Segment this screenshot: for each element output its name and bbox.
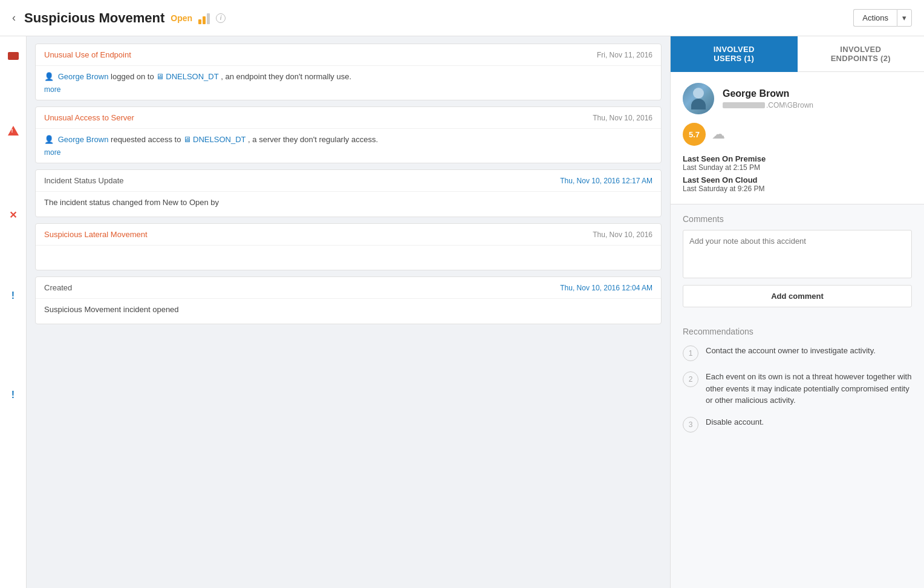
recommendations-section: Recommendations 1 Contact the account ow… <box>671 317 924 452</box>
last-seen-premise: Last Seen On Premise Last Sunday at 2:15… <box>683 154 912 172</box>
event-body <box>36 246 661 270</box>
involved-tabs: INVOLVEDUSERS (1) INVOLVEDENDPOINTS (2) <box>671 36 924 72</box>
recommendation-item: 3 Disable account. <box>683 416 912 433</box>
event-card: Created Thu, Nov 10, 2016 12:04 AM Suspi… <box>35 276 662 324</box>
status-badge: Open <box>171 13 192 23</box>
event-body: The incident status changed from New to … <box>36 192 661 217</box>
event-title: Incident Status Update <box>44 176 124 185</box>
last-seen-cloud-label: Last Seen On Cloud <box>683 175 912 185</box>
user-link[interactable]: George Brown <box>58 135 109 144</box>
recommendation-item: 2 Each event on its own is not a threat … <box>683 371 912 407</box>
recommendations-title: Recommendations <box>683 327 912 336</box>
event-description: 👤 George Brown logged on to 🖥 DNELSON_DT… <box>44 72 652 81</box>
event-header: Incident Status Update Thu, Nov 10, 2016… <box>36 170 661 192</box>
last-seen-premise-label: Last Seen On Premise <box>683 154 912 163</box>
recommendation-item: 1 Contact the account owner to investiga… <box>683 345 912 361</box>
event-body: 👤 George Brown logged on to 🖥 DNELSON_DT… <box>36 66 661 100</box>
sidebar-icon-exclaim-2[interactable]: ! <box>0 382 27 408</box>
monitor-icon: 🖥 <box>156 72 164 81</box>
sidebar-icon-exclaim-1[interactable]: ! <box>0 283 27 309</box>
events-feed: Unusual Use of Endpoint Fri, Nov 11, 201… <box>27 36 670 588</box>
event-date: Thu, Nov 10, 2016 12:17 AM <box>560 177 652 185</box>
rec-text-2: Each event on its own is not a threat ho… <box>706 371 912 407</box>
endpoint-link[interactable]: 🖥 DNELSON_DT <box>183 135 246 144</box>
user-domain: .COM\GBrown <box>723 101 813 109</box>
user-info-row: George Brown .COM\GBrown <box>683 83 912 114</box>
event-description: 👤 George Brown requested access to 🖥 DNE… <box>44 135 652 144</box>
risk-score-badge: 5.7 <box>683 123 706 146</box>
event-card: Unusual Use of Endpoint Fri, Nov 11, 201… <box>35 44 662 100</box>
info-icon[interactable]: i <box>216 13 226 23</box>
event-card: Suspicious Lateral Movement Thu, Nov 10,… <box>35 223 662 270</box>
user-name-block: George Brown .COM\GBrown <box>723 88 813 109</box>
comment-textarea[interactable] <box>683 230 912 278</box>
event-date: Fri, Nov 11, 2016 <box>597 51 652 59</box>
avatar <box>683 83 714 114</box>
rec-number-3: 3 <box>683 417 698 433</box>
back-button[interactable]: ‹ <box>12 11 16 24</box>
last-seen-cloud: Last Seen On Cloud Last Saturday at 9:26… <box>683 175 912 193</box>
exclaim-icon-2: ! <box>11 390 15 400</box>
last-seen-cloud-value: Last Saturday at 9:26 PM <box>683 185 912 193</box>
event-title[interactable]: Unusual Access to Server <box>44 113 134 122</box>
event-body: Suspicious Movement incident opened <box>36 299 661 324</box>
event-card: Unusual Access to Server Thu, Nov 10, 20… <box>35 106 662 163</box>
user-name: George Brown <box>723 88 813 99</box>
add-comment-button[interactable]: Add comment <box>683 285 912 307</box>
header-right: Actions ▾ <box>853 9 912 27</box>
event-title: Created <box>44 283 72 292</box>
rec-number-1: 1 <box>683 345 698 361</box>
event-title[interactable]: Suspicious Lateral Movement <box>44 230 148 239</box>
sidebar-icon-warning[interactable]: ! <box>0 117 27 144</box>
exclaim-icon: ! <box>11 290 15 301</box>
event-header: Unusual Use of Endpoint Fri, Nov 11, 201… <box>36 44 661 66</box>
rec-text-3: Disable account. <box>706 416 764 428</box>
user-link[interactable]: George Brown <box>58 72 109 81</box>
event-header: Suspicious Lateral Movement Thu, Nov 10,… <box>36 224 661 246</box>
header-left: ‹ Suspicious Movement Open i <box>12 10 226 26</box>
event-card: Incident Status Update Thu, Nov 10, 2016… <box>35 169 662 217</box>
sidebar-icon-envelope[interactable] <box>0 42 27 69</box>
redacted-domain <box>723 102 765 108</box>
last-seen-premise-value: Last Sunday at 2:15 PM <box>683 163 912 172</box>
rec-number-2: 2 <box>683 371 698 387</box>
sidebar-icon-x[interactable]: ✕ <box>0 201 27 228</box>
event-header: Created Thu, Nov 10, 2016 12:04 AM <box>36 277 661 299</box>
more-link[interactable]: more <box>44 148 60 157</box>
avatar-image <box>683 83 714 114</box>
event-date: Thu, Nov 10, 2016 12:04 AM <box>560 284 652 292</box>
risk-chart-icon <box>198 12 210 24</box>
user-section: George Brown .COM\GBrown 5.7 ☁ Last Seen… <box>671 72 924 204</box>
event-header: Unusual Access to Server Thu, Nov 10, 20… <box>36 107 661 129</box>
rec-text-1: Contact the account owner to investigate… <box>706 345 876 357</box>
right-panel: INVOLVEDUSERS (1) INVOLVEDENDPOINTS (2) … <box>670 36 924 588</box>
event-date: Thu, Nov 10, 2016 <box>593 114 652 122</box>
endpoint-link[interactable]: 🖥 DNELSON_DT <box>156 72 218 81</box>
tab-involved-users[interactable]: INVOLVEDUSERS (1) <box>671 36 798 72</box>
seen-info: Last Seen On Premise Last Sunday at 2:15… <box>683 154 912 193</box>
tab-involved-endpoints[interactable]: INVOLVEDENDPOINTS (2) <box>798 36 925 72</box>
cloud-icon: ☁ <box>712 126 725 142</box>
event-description: The incident status changed from New to … <box>44 198 652 207</box>
sidebar-icons: ! ✕ ! ! <box>0 36 27 588</box>
page-header: ‹ Suspicious Movement Open i Actions ▾ <box>0 0 924 36</box>
event-date: Thu, Nov 10, 2016 <box>593 230 652 239</box>
page-title: Suspicious Movement <box>24 10 164 26</box>
event-description: Suspicious Movement incident opened <box>44 305 652 314</box>
actions-button[interactable]: Actions <box>853 9 897 27</box>
x-icon: ✕ <box>9 209 17 221</box>
event-title[interactable]: Unusual Use of Endpoint <box>44 50 131 59</box>
actions-dropdown-button[interactable]: ▾ <box>897 9 912 27</box>
more-link[interactable]: more <box>44 85 60 94</box>
comments-section: Comments Add comment <box>671 204 924 317</box>
comments-title: Comments <box>683 214 912 224</box>
monitor-icon: 🖥 <box>183 135 191 144</box>
risk-row: 5.7 ☁ <box>683 123 912 146</box>
main-layout: ! ✕ ! ! Unusual Use of Endpoint Fri, Nov… <box>0 36 924 588</box>
event-body: 👤 George Brown requested access to 🖥 DNE… <box>36 129 661 163</box>
